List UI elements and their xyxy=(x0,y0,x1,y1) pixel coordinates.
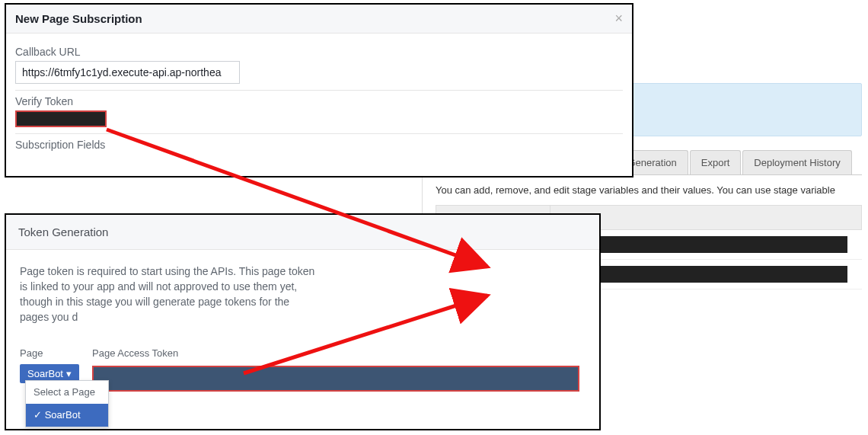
page-label: Page xyxy=(20,346,92,361)
fields-label: Subscription Fields xyxy=(15,139,623,151)
dropdown-option[interactable]: Select a Page xyxy=(26,381,108,404)
token-generation-panel: Token Generation Page token is required … xyxy=(5,213,601,430)
dropdown-option-selected[interactable]: SoarBot xyxy=(26,404,108,427)
tab-deploy-history[interactable]: Deployment History xyxy=(742,150,851,174)
help-text: You can add, remove, and edit stage vari… xyxy=(436,184,862,196)
pat-label: Page Access Token xyxy=(92,346,586,361)
verify-token-redacted xyxy=(15,110,107,127)
callback-label: Callback URL xyxy=(15,46,623,58)
page-access-token-redacted xyxy=(92,366,579,392)
subscription-dialog: New Page Subscription × Callback URL Ver… xyxy=(5,3,633,178)
close-icon[interactable]: × xyxy=(614,11,623,27)
field-row xyxy=(15,154,623,165)
token-title: Token Generation xyxy=(6,215,599,250)
token-desc: Page token is required to start using th… xyxy=(20,264,317,325)
callback-input[interactable] xyxy=(15,61,240,84)
dialog-title: New Page Subscription xyxy=(15,12,142,25)
tab-export[interactable]: Export xyxy=(690,150,742,174)
page-dropdown: Select a Page SoarBot xyxy=(25,380,109,427)
verify-label: Verify Token xyxy=(15,95,623,107)
